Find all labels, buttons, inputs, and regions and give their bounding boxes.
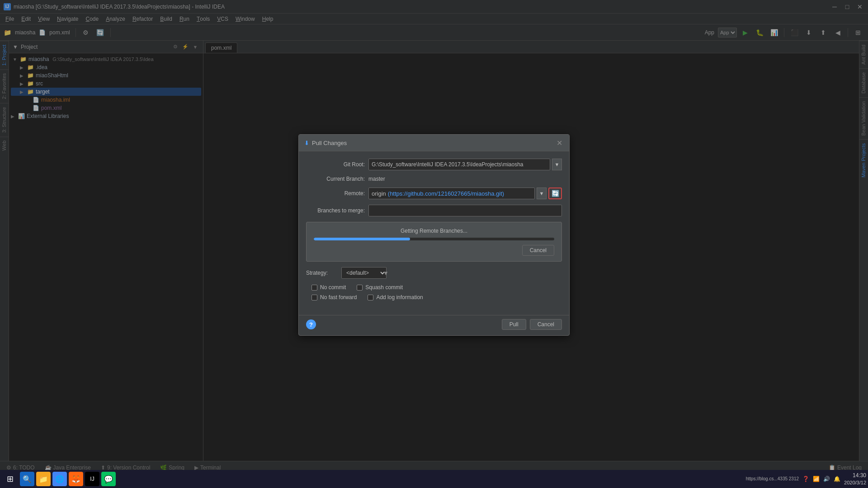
start-button[interactable]: ⊞ — [2, 471, 18, 487]
taskbar-clock: 14:30 2020/3/12 — [844, 472, 866, 486]
dialog-title-bar: ⬇ Pull Changes ✕ — [299, 135, 569, 151]
taskbar-wechat-icon[interactable]: 💬 — [101, 472, 116, 486]
pull-changes-dialog: ⬇ Pull Changes ✕ Git Root: ▼ Current Bra… — [298, 134, 570, 336]
help-button[interactable]: ? — [306, 319, 316, 329]
add-log-label: Add log information — [376, 294, 423, 300]
taskbar-file-explorer-icon[interactable]: 📁 — [36, 472, 51, 486]
taskbar-intellij-icon[interactable]: IJ — [85, 472, 99, 486]
pull-button[interactable]: Pull — [502, 319, 526, 330]
tray-help-icon: ❓ — [802, 476, 809, 482]
tray-notification-bell-icon[interactable]: 🔔 — [834, 476, 840, 482]
remote-origin-text: origin — [372, 190, 386, 197]
progress-bar-fill — [314, 238, 410, 240]
no-commit-option: No commit — [311, 284, 346, 291]
remote-dropdown-icon[interactable]: ▼ — [537, 188, 547, 199]
squash-commit-checkbox[interactable] — [357, 285, 363, 291]
dialog-title: ⬇ Pull Changes — [304, 140, 347, 146]
progress-buttons: Cancel — [314, 245, 554, 256]
progress-bar-container — [314, 238, 554, 240]
dialog-close-button[interactable]: ✕ — [555, 138, 564, 147]
git-root-row: Git Root: ▼ — [306, 159, 562, 170]
strategy-row: Strategy: <default> resolve recursive oc… — [306, 267, 562, 279]
current-branch-row: Current Branch: master — [306, 176, 562, 182]
progress-overlay: Getting Remote Branches... Cancel — [306, 222, 562, 262]
tray-volume-icon: 🔊 — [823, 476, 830, 482]
branches-merge-label: Branches to merge: — [306, 207, 365, 214]
strategy-dropdown-arrow: ▼ — [383, 270, 389, 277]
dialog-footer: ? Pull Cancel — [299, 315, 569, 335]
squash-commit-label: Squash commit — [365, 284, 403, 291]
squash-commit-option: Squash commit — [357, 284, 403, 291]
git-root-dropdown-icon[interactable]: ▼ — [552, 159, 562, 170]
git-root-input[interactable] — [368, 159, 550, 170]
current-branch-value: master — [368, 176, 562, 182]
taskbar-search-icon[interactable]: 🔍 — [20, 472, 34, 486]
clock-date: 2020/3/12 — [844, 479, 866, 486]
dialog-git-icon: ⬇ — [304, 140, 309, 146]
remote-row: Remote: origin(https://github.com/121602… — [306, 188, 562, 199]
option-row-2: No fast forward Add log information — [306, 294, 562, 300]
options-section: Strategy: <default> resolve recursive oc… — [306, 267, 562, 300]
progress-cancel-button[interactable]: Cancel — [522, 245, 554, 256]
tray-notification-url: https://blog.cs...4335 2312 — [746, 476, 799, 481]
taskbar: ⊞ 🔍 📁 🌐 🦊 IJ 💬 https://blog.cs...4335 23… — [0, 470, 868, 488]
no-fast-forward-option: No fast forward — [311, 294, 357, 300]
option-row-1: No commit Squash commit — [306, 284, 562, 291]
progress-text: Getting Remote Branches... — [314, 228, 554, 234]
no-fast-forward-checkbox[interactable] — [311, 295, 317, 300]
remote-label: Remote: — [306, 190, 365, 197]
footer-buttons: Pull Cancel — [502, 319, 562, 330]
no-fast-forward-label: No fast forward — [320, 294, 357, 300]
taskbar-system-tray: https://blog.cs...4335 2312 ❓ 📶 🔊 🔔 14:3… — [746, 472, 866, 486]
taskbar-chrome-icon[interactable]: 🌐 — [52, 472, 67, 486]
no-commit-label: No commit — [320, 284, 346, 291]
branches-merge-input[interactable] — [368, 205, 562, 216]
cancel-button[interactable]: Cancel — [530, 319, 562, 330]
clock-time: 14:30 — [844, 472, 866, 479]
git-root-label: Git Root: — [306, 161, 365, 168]
strategy-label: Strategy: — [306, 270, 338, 276]
branches-merge-row: Branches to merge: — [306, 205, 562, 216]
strategy-select[interactable]: <default> resolve recursive octopus ours… — [341, 267, 387, 279]
remote-url-text: (https://github.com/1216027665/miaosha.g… — [388, 190, 504, 197]
no-commit-checkbox[interactable] — [311, 285, 317, 291]
taskbar-firefox-icon[interactable]: 🦊 — [69, 472, 83, 486]
add-log-checkbox[interactable] — [368, 295, 373, 300]
remote-input-row: origin(https://github.com/1216027665/mia… — [368, 188, 562, 199]
dialog-content: Git Root: ▼ Current Branch: master Remot… — [299, 151, 569, 311]
dialog-overlay: ⬇ Pull Changes ✕ Git Root: ▼ Current Bra… — [0, 0, 868, 470]
dialog-title-text: Pull Changes — [312, 140, 347, 146]
remote-refresh-button[interactable]: 🔄 — [548, 188, 562, 199]
current-branch-label: Current Branch: — [306, 176, 365, 182]
git-root-input-row: ▼ — [368, 159, 562, 170]
remote-value-display: origin(https://github.com/1216027665/mia… — [368, 188, 535, 199]
add-log-option: Add log information — [368, 294, 423, 300]
tray-network-icon: 📶 — [813, 476, 820, 482]
